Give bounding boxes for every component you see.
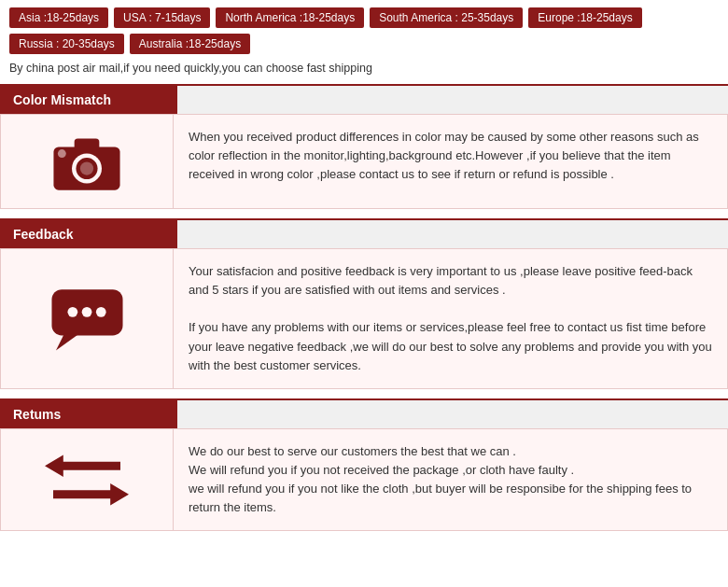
svg-rect-1 (75, 139, 100, 150)
returns-icon-container (1, 429, 174, 531)
camera-icon (49, 129, 124, 194)
returns-section: Retums We do our best to serve our custo… (0, 398, 728, 532)
tag-south-america: South America : 25-35days (370, 7, 523, 28)
tag-europe: Europe :18-25days (528, 7, 641, 28)
feedback-text-1: Your satisfacion and positive feedback i… (189, 264, 693, 297)
color-mismatch-body: When you received product differences in… (0, 114, 728, 209)
svg-point-8 (67, 307, 77, 317)
tag-russia: Russia : 20-35days (9, 34, 124, 54)
feedback-text: Your satisfacion and positive feedback i… (174, 249, 727, 388)
color-mismatch-section: Color Mismatch When you received product… (0, 84, 728, 209)
color-mismatch-icon-container (1, 115, 174, 208)
color-mismatch-text: When you received product differences in… (174, 115, 727, 208)
svg-marker-11 (45, 454, 120, 476)
returns-body: We do our best to serve our customers th… (0, 428, 728, 532)
returns-header: Retums (0, 400, 177, 428)
svg-point-10 (95, 307, 105, 317)
tag-north-america: North America :18-25days (216, 7, 364, 28)
svg-point-5 (58, 149, 66, 158)
feedback-icon-container (1, 249, 174, 388)
svg-marker-7 (55, 334, 78, 351)
svg-marker-12 (53, 483, 129, 505)
returns-text: We do our best to serve our customers th… (174, 429, 727, 531)
returns-line1: We do our best to serve our customers th… (189, 444, 516, 458)
svg-point-4 (80, 161, 93, 175)
tag-usa: USA : 7-15days (114, 7, 210, 28)
tag-asia: Asia :18-25days (9, 7, 108, 28)
shipping-tags-container: Asia :18-25days USA : 7-15days North Ame… (0, 0, 728, 58)
chat-icon (48, 284, 127, 354)
returns-line2: We will refund you if you not received t… (189, 463, 574, 477)
feedback-text-2: If you have any problems with our items … (189, 320, 712, 371)
feedback-header: Feedback (0, 220, 177, 248)
returns-icon (45, 450, 129, 510)
tag-australia: Australia :18-25days (130, 34, 250, 54)
color-mismatch-header: Color Mismatch (0, 86, 177, 114)
shipping-notice: By china post air mail,if you need quick… (0, 58, 728, 84)
svg-point-9 (81, 307, 91, 317)
returns-line3: we will refund you if you not like the c… (189, 482, 692, 514)
feedback-body: Your satisfacion and positive feedback i… (0, 248, 728, 389)
feedback-section: Feedback Your satisfacion and positive f… (0, 218, 728, 389)
